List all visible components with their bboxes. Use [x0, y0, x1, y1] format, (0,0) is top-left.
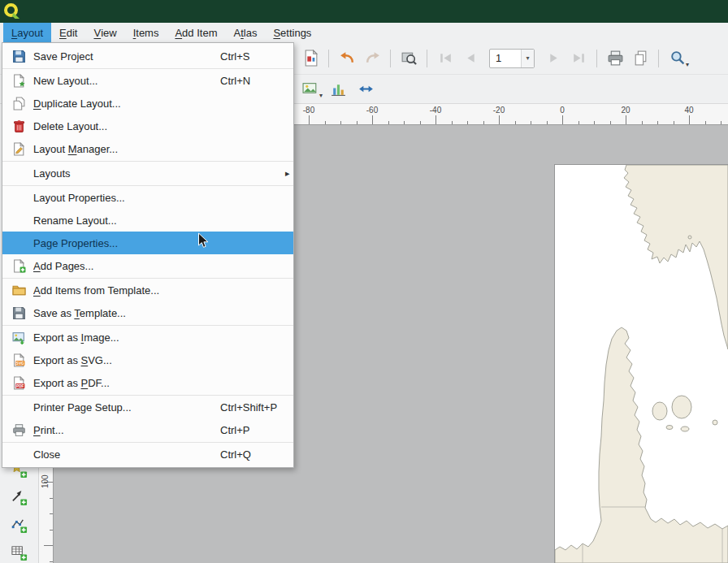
ruler-tick — [420, 121, 421, 124]
menu-item-duplicate-layout[interactable]: Duplicate Layout... — [2, 92, 293, 115]
undo-button[interactable] — [336, 47, 358, 70]
ruler-label: -40 — [430, 106, 441, 115]
qgis-logo-icon — [3, 2, 21, 20]
ruler-label: 20 — [621, 106, 630, 115]
add-chart-icon — [330, 80, 347, 97]
previous-feature-button[interactable] — [459, 47, 482, 70]
redo-icon — [364, 50, 381, 67]
menu-item-export-as-svg[interactable]: SVGExport as SVG... — [2, 349, 293, 371]
duplicate-layout-icon — [9, 95, 28, 111]
svg-text:PDF: PDF — [16, 383, 24, 388]
no-icon — [9, 235, 28, 251]
save-project-icon — [9, 48, 28, 64]
print-atlas-button[interactable] — [604, 47, 626, 70]
save-template-icon — [9, 305, 28, 321]
no-icon — [9, 446, 28, 462]
ruler-tick — [578, 121, 579, 124]
ruler-label: 40 — [684, 106, 693, 115]
add-scalebar-button[interactable] — [354, 78, 377, 101]
menu-item-save-as-template[interactable]: Save as Template... — [2, 301, 293, 324]
no-icon — [9, 189, 28, 206]
menu-item-export-as-image[interactable]: Export as Image... — [2, 326, 293, 349]
ruler-label: -20 — [493, 106, 505, 115]
delete-layout-icon — [9, 118, 28, 134]
dropdown-arrow-icon[interactable]: ▾ — [521, 50, 534, 67]
add-node-item-button[interactable] — [8, 513, 31, 536]
ruler-tick — [50, 498, 53, 499]
add-attribute-table-button[interactable] — [8, 541, 31, 563]
toolbar-separator — [658, 50, 659, 67]
add-scalebar-icon — [358, 80, 375, 97]
menu-item-new-layout[interactable]: New Layout...Ctrl+N — [2, 69, 293, 92]
add-arrow-icon — [11, 489, 28, 506]
ruler-tick — [610, 121, 611, 124]
menu-item-layout-manager[interactable]: Layout Manager... — [2, 137, 293, 160]
zoom-full-button[interactable] — [397, 47, 420, 70]
menubar-item-items[interactable]: Items — [125, 23, 167, 42]
zoom-tool-icon — [669, 50, 686, 67]
first-feature-button[interactable] — [434, 47, 457, 70]
ruler-tick — [340, 121, 341, 124]
menu-item-print[interactable]: Print...Ctrl+P — [2, 418, 293, 441]
ruler-label: -60 — [366, 106, 378, 115]
toolbar-separator — [596, 50, 597, 67]
undo-icon — [339, 50, 356, 67]
dropdown-caret-icon: ▾ — [686, 62, 689, 68]
menu-item-printer-page-setup[interactable]: Printer Page Setup...Ctrl+Shift+P — [2, 396, 293, 418]
last-feature-button[interactable] — [567, 47, 590, 70]
first-page-icon — [437, 50, 454, 67]
export-report-icon — [302, 50, 319, 67]
toolbar-separator — [390, 50, 391, 67]
menu-item-page-properties[interactable]: Page Properties... — [2, 232, 293, 254]
ruler-tick — [467, 121, 468, 124]
menu-item-rename-layout[interactable]: Rename Layout... — [2, 209, 293, 232]
last-page-icon — [570, 50, 587, 67]
print-icon — [9, 422, 28, 438]
ruler-major-tick — [689, 115, 690, 124]
next-feature-button[interactable] — [542, 47, 565, 70]
atlas-feature-number-input[interactable]: 1▾ — [489, 49, 535, 68]
menubar-item-add-item[interactable]: Add Item — [167, 23, 225, 42]
submenu-arrow-icon: ▸ — [285, 168, 292, 179]
menubar-item-settings[interactable]: Settings — [265, 23, 319, 42]
ruler-major-tick — [562, 115, 563, 124]
menubar-item-atlas[interactable]: Atlas — [225, 23, 265, 42]
menu-item-delete-layout[interactable]: Delete Layout... — [2, 115, 293, 137]
add-arrow-button[interactable] — [8, 486, 31, 509]
toolbar-separator — [328, 50, 329, 67]
menubar-item-layout[interactable]: Layout — [3, 23, 51, 42]
toolbar-separator — [427, 50, 427, 67]
ruler-major-tick — [499, 115, 500, 124]
menu-item-close[interactable]: CloseCtrl+Q — [2, 443, 293, 466]
layout-menu-dropdown: Save ProjectCtrl+SNew Layout...Ctrl+NDup… — [2, 42, 294, 468]
menu-item-save-project[interactable]: Save ProjectCtrl+S — [2, 45, 293, 67]
add-chart-button[interactable] — [327, 78, 349, 101]
export-atlas-button[interactable] — [629, 47, 652, 70]
menubar: LayoutEditViewItemsAdd ItemAtlasSettings — [0, 23, 728, 42]
next-page-icon — [545, 50, 562, 67]
layout-manager-icon — [9, 141, 28, 157]
layout-page[interactable] — [555, 165, 728, 563]
menu-item-add-pages[interactable]: Add Pages... — [2, 254, 293, 277]
ruler-tick — [50, 530, 53, 531]
menubar-item-view[interactable]: View — [85, 23, 124, 42]
svg-text:SVG: SVG — [15, 361, 24, 365]
ruler-label: 100 — [41, 474, 50, 488]
menu-item-add-items-from-template[interactable]: Add Items from Template... — [2, 279, 293, 301]
add-picture-button[interactable]: ▾ — [299, 78, 322, 101]
export-as-pdf-button[interactable] — [299, 47, 322, 70]
ruler-tick — [325, 121, 326, 124]
menu-item-layout-properties[interactable]: Layout Properties... — [2, 186, 293, 209]
add-node-item-icon — [11, 517, 28, 534]
ruler-tick — [357, 121, 358, 124]
ruler-tick — [531, 121, 531, 124]
menu-item-layouts[interactable]: Layouts▸ — [2, 162, 293, 184]
menubar-item-edit[interactable]: Edit — [51, 23, 85, 42]
zoom-menu-button[interactable]: ▾ — [665, 47, 688, 70]
ruler-tick — [483, 121, 484, 124]
add-pages-icon — [9, 258, 28, 274]
redo-button[interactable] — [361, 47, 384, 70]
menu-item-export-as-pdf[interactable]: PDFExport as PDF... — [2, 371, 293, 394]
ruler-major-tick — [44, 545, 53, 546]
print-icon — [607, 50, 624, 67]
